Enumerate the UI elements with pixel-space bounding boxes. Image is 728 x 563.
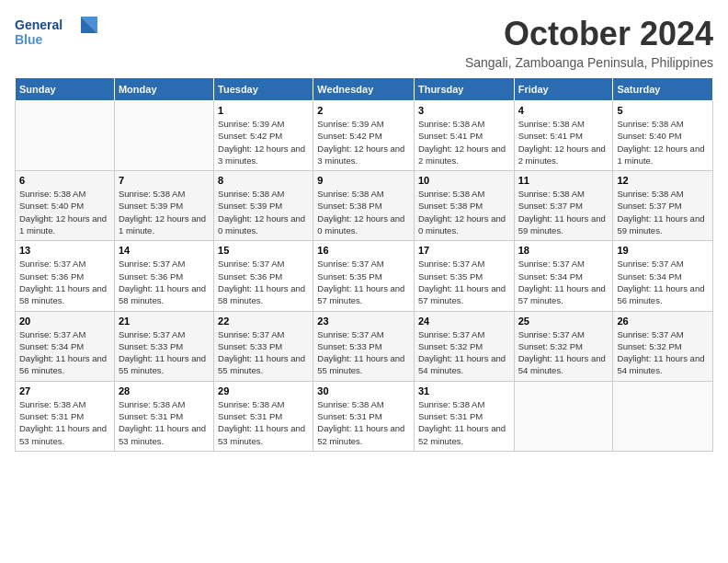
day-number: 23 xyxy=(317,316,410,327)
day-info: Sunrise: 5:37 AMSunset: 5:33 PMDaylight:… xyxy=(317,328,410,377)
calendar-cell: 23Sunrise: 5:37 AMSunset: 5:33 PMDayligh… xyxy=(313,311,415,381)
day-info: Sunrise: 5:37 AMSunset: 5:36 PMDaylight:… xyxy=(119,258,210,306)
calendar-cell: 20Sunrise: 5:37 AMSunset: 5:34 PMDayligh… xyxy=(16,311,115,381)
day-info: Sunrise: 5:37 AMSunset: 5:34 PMDaylight:… xyxy=(518,258,609,306)
day-number: 26 xyxy=(617,316,709,327)
day-info: Sunrise: 5:37 AMSunset: 5:36 PMDaylight:… xyxy=(19,258,110,306)
calendar-cell: 1Sunrise: 5:39 AMSunset: 5:42 PMDaylight… xyxy=(214,101,313,171)
calendar-cell: 9Sunrise: 5:38 AMSunset: 5:38 PMDaylight… xyxy=(313,171,415,241)
calendar-week-1: 1Sunrise: 5:39 AMSunset: 5:42 PMDaylight… xyxy=(16,101,713,171)
calendar-cell: 26Sunrise: 5:37 AMSunset: 5:32 PMDayligh… xyxy=(613,311,713,381)
calendar-cell xyxy=(514,381,613,451)
day-number: 6 xyxy=(19,175,110,186)
day-number: 21 xyxy=(119,316,210,327)
calendar-body: 1Sunrise: 5:39 AMSunset: 5:42 PMDaylight… xyxy=(16,101,713,452)
day-number: 12 xyxy=(617,175,709,186)
calendar-table: SundayMondayTuesdayWednesdayThursdayFrid… xyxy=(15,77,713,452)
day-number: 5 xyxy=(617,105,709,116)
title-area: October 2024 Sangali, Zamboanga Peninsul… xyxy=(465,15,713,70)
day-number: 2 xyxy=(317,105,410,116)
day-info: Sunrise: 5:38 AMSunset: 5:41 PMDaylight:… xyxy=(418,118,510,167)
day-number: 20 xyxy=(19,316,110,327)
calendar-cell: 21Sunrise: 5:37 AMSunset: 5:33 PMDayligh… xyxy=(114,311,213,381)
calendar-cell: 27Sunrise: 5:38 AMSunset: 5:31 PMDayligh… xyxy=(16,381,115,451)
svg-text:General: General xyxy=(15,17,63,32)
calendar-cell xyxy=(16,101,115,171)
calendar-cell: 14Sunrise: 5:37 AMSunset: 5:36 PMDayligh… xyxy=(114,241,213,311)
calendar-cell: 13Sunrise: 5:37 AMSunset: 5:36 PMDayligh… xyxy=(16,241,115,311)
day-info: Sunrise: 5:37 AMSunset: 5:34 PMDaylight:… xyxy=(617,258,709,306)
day-info: Sunrise: 5:37 AMSunset: 5:33 PMDaylight:… xyxy=(218,328,309,377)
calendar-cell: 4Sunrise: 5:38 AMSunset: 5:41 PMDaylight… xyxy=(514,101,613,171)
calendar-cell: 25Sunrise: 5:37 AMSunset: 5:32 PMDayligh… xyxy=(514,311,613,381)
day-info: Sunrise: 5:37 AMSunset: 5:32 PMDaylight:… xyxy=(518,328,609,377)
calendar-cell: 31Sunrise: 5:38 AMSunset: 5:31 PMDayligh… xyxy=(414,381,514,451)
calendar-cell: 7Sunrise: 5:38 AMSunset: 5:39 PMDaylight… xyxy=(114,171,213,241)
day-number: 4 xyxy=(518,105,609,116)
calendar-cell: 6Sunrise: 5:38 AMSunset: 5:40 PMDaylight… xyxy=(16,171,115,241)
header-cell-saturday: Saturday xyxy=(613,78,713,101)
header-cell-monday: Monday xyxy=(114,78,213,101)
day-info: Sunrise: 5:38 AMSunset: 5:31 PMDaylight:… xyxy=(218,398,309,447)
header-cell-sunday: Sunday xyxy=(16,78,115,101)
calendar-week-4: 20Sunrise: 5:37 AMSunset: 5:34 PMDayligh… xyxy=(16,311,713,381)
day-info: Sunrise: 5:37 AMSunset: 5:34 PMDaylight:… xyxy=(19,328,110,377)
day-info: Sunrise: 5:37 AMSunset: 5:35 PMDaylight:… xyxy=(317,258,410,306)
calendar-cell: 22Sunrise: 5:37 AMSunset: 5:33 PMDayligh… xyxy=(214,311,313,381)
calendar-cell: 12Sunrise: 5:38 AMSunset: 5:37 PMDayligh… xyxy=(613,171,713,241)
day-number: 19 xyxy=(617,245,709,256)
calendar-cell: 10Sunrise: 5:38 AMSunset: 5:38 PMDayligh… xyxy=(414,171,514,241)
day-number: 28 xyxy=(119,385,210,396)
day-info: Sunrise: 5:38 AMSunset: 5:37 PMDaylight:… xyxy=(617,188,709,236)
day-number: 15 xyxy=(218,245,309,256)
page-header: General Blue October 2024 Sangali, Zambo… xyxy=(15,15,713,70)
calendar-cell: 8Sunrise: 5:38 AMSunset: 5:39 PMDaylight… xyxy=(214,171,313,241)
logo-svg: General Blue xyxy=(15,15,97,52)
day-info: Sunrise: 5:38 AMSunset: 5:40 PMDaylight:… xyxy=(19,188,110,236)
day-number: 24 xyxy=(418,316,510,327)
header-cell-wednesday: Wednesday xyxy=(313,78,415,101)
header-cell-thursday: Thursday xyxy=(414,78,514,101)
day-info: Sunrise: 5:38 AMSunset: 5:31 PMDaylight:… xyxy=(119,398,210,447)
day-number: 22 xyxy=(218,316,309,327)
calendar-week-5: 27Sunrise: 5:38 AMSunset: 5:31 PMDayligh… xyxy=(16,381,713,451)
calendar-cell: 5Sunrise: 5:38 AMSunset: 5:40 PMDaylight… xyxy=(613,101,713,171)
subtitle: Sangali, Zamboanga Peninsula, Philippine… xyxy=(465,55,713,70)
day-number: 11 xyxy=(518,175,609,186)
day-info: Sunrise: 5:37 AMSunset: 5:32 PMDaylight:… xyxy=(418,328,510,377)
day-info: Sunrise: 5:37 AMSunset: 5:33 PMDaylight:… xyxy=(119,328,210,377)
calendar-cell: 17Sunrise: 5:37 AMSunset: 5:35 PMDayligh… xyxy=(414,241,514,311)
day-number: 8 xyxy=(218,175,309,186)
day-number: 27 xyxy=(19,385,110,396)
header-cell-tuesday: Tuesday xyxy=(214,78,313,101)
day-info: Sunrise: 5:38 AMSunset: 5:37 PMDaylight:… xyxy=(518,188,609,236)
calendar-cell: 19Sunrise: 5:37 AMSunset: 5:34 PMDayligh… xyxy=(613,241,713,311)
header-cell-friday: Friday xyxy=(514,78,613,101)
logo: General Blue xyxy=(15,15,97,52)
day-info: Sunrise: 5:39 AMSunset: 5:42 PMDaylight:… xyxy=(218,118,309,167)
day-info: Sunrise: 5:39 AMSunset: 5:42 PMDaylight:… xyxy=(317,118,410,167)
calendar-cell: 28Sunrise: 5:38 AMSunset: 5:31 PMDayligh… xyxy=(114,381,213,451)
calendar-cell: 11Sunrise: 5:38 AMSunset: 5:37 PMDayligh… xyxy=(514,171,613,241)
calendar-cell: 2Sunrise: 5:39 AMSunset: 5:42 PMDaylight… xyxy=(313,101,415,171)
day-info: Sunrise: 5:38 AMSunset: 5:41 PMDaylight:… xyxy=(518,118,609,167)
svg-text:Blue: Blue xyxy=(15,32,43,47)
day-number: 9 xyxy=(317,175,410,186)
day-number: 13 xyxy=(19,245,110,256)
day-info: Sunrise: 5:38 AMSunset: 5:39 PMDaylight:… xyxy=(218,188,309,236)
day-info: Sunrise: 5:38 AMSunset: 5:39 PMDaylight:… xyxy=(119,188,210,236)
day-info: Sunrise: 5:37 AMSunset: 5:32 PMDaylight:… xyxy=(617,328,709,377)
calendar-cell: 30Sunrise: 5:38 AMSunset: 5:31 PMDayligh… xyxy=(313,381,415,451)
day-info: Sunrise: 5:38 AMSunset: 5:38 PMDaylight:… xyxy=(317,188,410,236)
day-info: Sunrise: 5:37 AMSunset: 5:35 PMDaylight:… xyxy=(418,258,510,306)
day-number: 18 xyxy=(518,245,609,256)
day-number: 29 xyxy=(218,385,309,396)
calendar-cell xyxy=(613,381,713,451)
day-number: 3 xyxy=(418,105,510,116)
day-number: 30 xyxy=(317,385,410,396)
calendar-week-2: 6Sunrise: 5:38 AMSunset: 5:40 PMDaylight… xyxy=(16,171,713,241)
day-info: Sunrise: 5:38 AMSunset: 5:31 PMDaylight:… xyxy=(317,398,410,447)
calendar-cell xyxy=(114,101,213,171)
month-title: October 2024 xyxy=(465,15,713,53)
day-number: 10 xyxy=(418,175,510,186)
